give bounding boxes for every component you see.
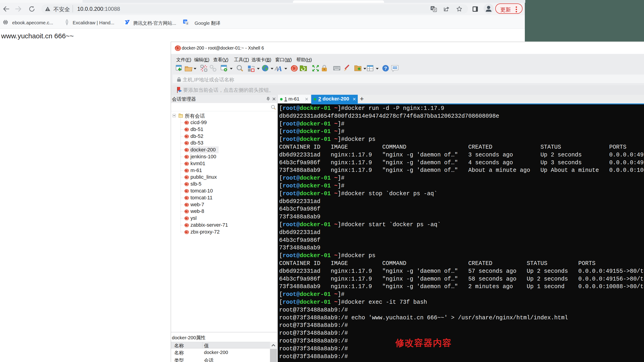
svg-text:?: ? bbox=[384, 66, 387, 71]
svg-text:A: A bbox=[277, 65, 282, 72]
